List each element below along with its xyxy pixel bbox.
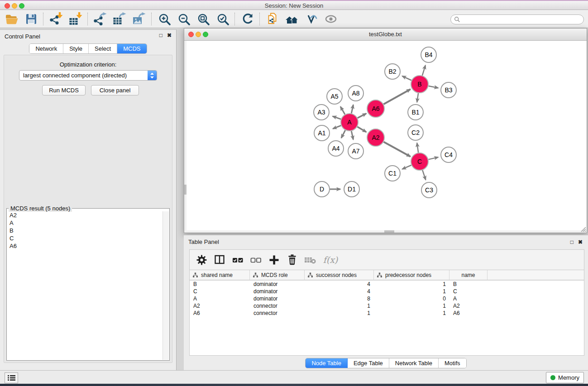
- graph-node-A4[interactable]: A4: [328, 141, 344, 156]
- graph-node-B4[interactable]: B4: [421, 47, 436, 62]
- table-cell[interactable]: 1: [374, 281, 449, 287]
- column-header-name[interactable]: name: [449, 270, 488, 280]
- task-history-icon[interactable]: [5, 372, 18, 383]
- graph-edge-C-C4[interactable]: [429, 157, 439, 159]
- table-cell[interactable]: A: [190, 295, 250, 302]
- tab-node-table[interactable]: Node Table: [306, 358, 348, 368]
- criterion-select[interactable]: largest connected component (directed): [19, 70, 157, 81]
- mcds-result-item[interactable]: B: [7, 227, 163, 234]
- column-header-MCDS-role[interactable]: MCDS role: [250, 270, 305, 280]
- columns-icon[interactable]: [211, 252, 228, 268]
- import-table-icon[interactable]: [66, 11, 85, 27]
- mcds-result-item[interactable]: A2: [7, 211, 163, 219]
- tab-motifs[interactable]: Motifs: [439, 358, 466, 368]
- zoom-in-icon[interactable]: [154, 11, 174, 27]
- graph-node-C2[interactable]: C2: [408, 125, 423, 140]
- deselect-all-icon[interactable]: [248, 252, 264, 268]
- table-cell[interactable]: 0: [374, 295, 449, 302]
- import-network-icon[interactable]: [46, 11, 66, 27]
- table-cell[interactable]: 1: [374, 303, 449, 309]
- zoom-fit-icon[interactable]: [193, 11, 213, 27]
- graph-node-A5[interactable]: A5: [327, 89, 342, 104]
- eye-icon[interactable]: [321, 11, 340, 27]
- memory-button[interactable]: Memory: [546, 372, 584, 383]
- tab-style[interactable]: Style: [63, 44, 89, 53]
- zoom-selected-icon[interactable]: [213, 11, 232, 27]
- graph-node-B1[interactable]: B1: [408, 105, 423, 120]
- graph-edge-A-A5[interactable]: [340, 107, 345, 114]
- select-all-icon[interactable]: [229, 252, 246, 268]
- graph-node-A8[interactable]: A8: [348, 86, 363, 101]
- home-icon[interactable]: [282, 11, 301, 27]
- table-cell[interactable]: 4: [305, 288, 374, 295]
- resize-grip-icon[interactable]: [580, 226, 586, 232]
- table-cell[interactable]: connector: [250, 303, 305, 309]
- network-vertical-scrollbar[interactable]: [184, 41, 186, 233]
- graph-node-B2[interactable]: B2: [385, 64, 400, 79]
- table-cell[interactable]: A6: [449, 310, 488, 316]
- result-scrollbar[interactable]: [163, 211, 169, 360]
- graph-edge-A-A7[interactable]: [351, 131, 353, 140]
- save-session-icon[interactable]: [21, 11, 41, 27]
- table-cell[interactable]: connector: [250, 310, 305, 316]
- graph-node-A7[interactable]: A7: [348, 143, 363, 159]
- graph-edge-A-A4[interactable]: [341, 130, 345, 138]
- column-header-successor-nodes[interactable]: successor nodes: [305, 270, 374, 280]
- refresh-icon[interactable]: [238, 11, 257, 27]
- float-panel-icon[interactable]: □: [159, 32, 163, 38]
- graph-edge-A-A6[interactable]: [358, 114, 366, 118]
- settings-gear-icon[interactable]: [193, 252, 210, 268]
- function-builder-icon[interactable]: f(x): [320, 252, 341, 268]
- graph-node-A6[interactable]: A6: [367, 100, 384, 117]
- graph-node-D1[interactable]: D1: [344, 181, 359, 197]
- table-cell[interactable]: dominator: [250, 281, 305, 287]
- delete-table-icon[interactable]: [302, 252, 318, 268]
- tab-network-table[interactable]: Network Table: [389, 358, 439, 368]
- export-table-icon[interactable]: [110, 11, 129, 27]
- search-field[interactable]: [450, 14, 584, 24]
- graph-node-C1[interactable]: C1: [385, 166, 400, 181]
- graph-node-A2[interactable]: A2: [367, 129, 384, 146]
- graph-edge-C-C1[interactable]: [402, 165, 411, 169]
- column-header-predecessor-nodes[interactable]: predecessor nodes: [374, 270, 449, 280]
- graph-node-C4[interactable]: C4: [441, 147, 456, 162]
- graph-node-C3[interactable]: C3: [421, 182, 437, 198]
- table-cell[interactable]: A: [449, 295, 488, 302]
- table-row[interactable]: Cdominator41C: [190, 288, 584, 295]
- open-file-icon[interactable]: [2, 11, 21, 27]
- graph-edge-A6-B[interactable]: [384, 89, 411, 104]
- table-cell[interactable]: dominator: [250, 288, 305, 295]
- graph-edge-A-A1[interactable]: [333, 125, 341, 129]
- graph-edge-A2-C[interactable]: [384, 142, 411, 157]
- graph-edge-A-A2[interactable]: [357, 127, 366, 132]
- mcds-result-item[interactable]: A: [7, 219, 163, 227]
- graph-edge-C-C2[interactable]: [417, 143, 418, 152]
- table-cell[interactable]: 1: [305, 310, 374, 316]
- delete-icon[interactable]: [284, 252, 300, 268]
- tab-edge-table[interactable]: Edge Table: [348, 358, 389, 368]
- export-network-icon[interactable]: [91, 11, 110, 27]
- graphics-details-icon[interactable]: [301, 11, 321, 27]
- graph-node-C[interactable]: C: [411, 153, 428, 170]
- table-cell[interactable]: 8: [305, 295, 374, 302]
- table-cell[interactable]: A2: [449, 303, 488, 309]
- table-cell[interactable]: 1: [374, 310, 449, 316]
- mcds-result-item[interactable]: A6: [7, 242, 163, 250]
- table-row[interactable]: Adominator80A: [190, 295, 584, 302]
- tab-select[interactable]: Select: [89, 44, 117, 53]
- graph-edge-B-B1[interactable]: [417, 93, 418, 102]
- table-cell[interactable]: B: [190, 281, 250, 287]
- export-image-icon[interactable]: [129, 11, 149, 27]
- table-cell[interactable]: A6: [190, 310, 250, 316]
- graph-node-A[interactable]: A: [341, 114, 358, 131]
- graph-node-B[interactable]: B: [411, 76, 428, 93]
- table-cell[interactable]: B: [449, 281, 488, 287]
- table-cell[interactable]: 1: [305, 303, 374, 309]
- column-header-shared-name[interactable]: shared name: [190, 270, 250, 280]
- table-cell[interactable]: A2: [190, 303, 250, 309]
- table-cell[interactable]: 1: [374, 288, 449, 295]
- table-row[interactable]: A2connector11A2: [190, 302, 584, 310]
- table-cell[interactable]: dominator: [250, 295, 305, 302]
- new-session-icon[interactable]: [263, 11, 282, 27]
- graph-node-B3[interactable]: B3: [441, 82, 456, 98]
